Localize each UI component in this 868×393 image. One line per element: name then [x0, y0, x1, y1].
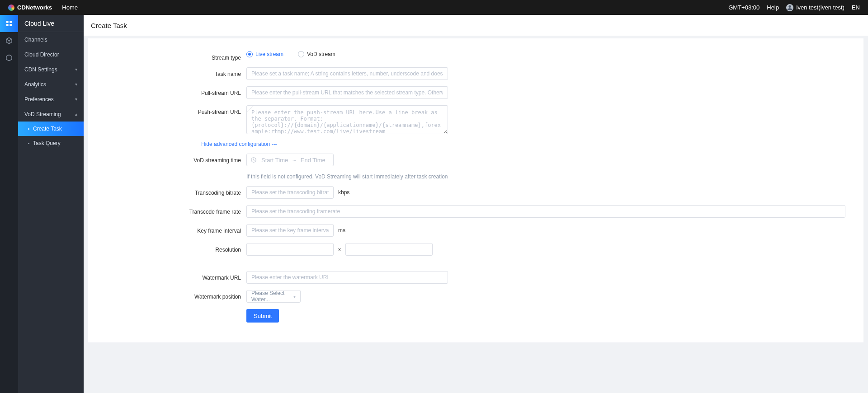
- brand-name: CDNetworks: [17, 4, 52, 11]
- radio-vod-stream[interactable]: VoD stream: [298, 51, 335, 57]
- row-key-frame-interval: Key frame interval ms: [88, 224, 863, 237]
- rail-item-cloud[interactable]: [0, 32, 18, 49]
- label-push-url: Push-stream URL: [88, 105, 246, 115]
- row-vod-time: VoD streaming time Start Time ~ End Time…: [88, 154, 863, 180]
- content: Create Task Stream type Live stream VoD …: [84, 15, 868, 393]
- avatar-icon: [786, 4, 793, 11]
- sidebar-item-preferences[interactable]: Preferences ▾: [18, 92, 84, 107]
- unit-ms: ms: [338, 227, 345, 234]
- chevron-down-icon: ▾: [75, 82, 77, 87]
- vod-time-helper: If this field is not configured, VoD Str…: [246, 173, 448, 180]
- sidebar-item-label: Channels: [24, 37, 47, 43]
- lang-switch[interactable]: EN: [852, 4, 860, 11]
- label-stream-type: Stream type: [88, 51, 246, 61]
- advanced-link[interactable]: Hide advanced configuration ---: [201, 141, 277, 147]
- transcode-framerate-input[interactable]: [246, 205, 845, 218]
- row-watermark-position: Watermark position Please Select Water..…: [88, 290, 863, 303]
- sidebar-sub-task-query[interactable]: Task Query: [18, 136, 84, 150]
- person-icon: [786, 4, 793, 11]
- topbar-left: CDNetworks Home: [8, 4, 78, 11]
- sidebar-item-label: Analytics: [24, 81, 46, 88]
- sidebar-sub-label: Task Query: [33, 140, 61, 146]
- row-resolution: Resolution x: [88, 243, 863, 256]
- chevron-up-icon: ▴: [75, 112, 77, 117]
- user-menu[interactable]: Iven test(Iven test): [786, 4, 844, 11]
- timezone[interactable]: GMT+03:00: [728, 4, 760, 11]
- bullet-icon: [28, 128, 29, 130]
- radio-label: VoD stream: [307, 51, 335, 57]
- row-submit: Submit: [88, 309, 863, 323]
- bullet-icon: [28, 143, 29, 144]
- svg-rect-3: [9, 24, 12, 26]
- sidebar-item-cloud-director[interactable]: Cloud Director: [18, 47, 84, 62]
- start-time-placeholder: Start Time: [261, 157, 288, 164]
- pull-url-input[interactable]: [246, 86, 448, 99]
- label-transcode-framerate: Transcode frame rate: [88, 205, 246, 215]
- sidebar-item-label: CDN Settings: [24, 66, 57, 73]
- row-task-name: Task name: [88, 67, 863, 80]
- box-icon: [5, 37, 13, 44]
- sidebar-item-analytics[interactable]: Analytics ▾: [18, 77, 84, 92]
- sidebar-item-channels[interactable]: Channels: [18, 32, 84, 47]
- chevron-down-icon: ▾: [293, 294, 296, 299]
- sidebar-item-label: Cloud Director: [24, 51, 59, 58]
- select-value: Please Select Water...: [251, 290, 293, 303]
- label-pull-url: Pull-stream URL: [88, 86, 246, 96]
- sidebar-sub-label: Create Task: [33, 126, 62, 132]
- range-separator: ~: [292, 157, 296, 164]
- row-watermark-url: Watermark URL: [88, 271, 863, 284]
- vod-time-range[interactable]: Start Time ~ End Time: [246, 154, 334, 166]
- nav-rail: [0, 15, 18, 393]
- grid-icon: [5, 20, 13, 27]
- row-transcode-framerate: Transcode frame rate: [88, 205, 863, 218]
- label-transcoding-bitrate: Transcoding bitrate: [88, 186, 246, 196]
- form-card: Stream type Live stream VoD stream Task …: [88, 38, 863, 342]
- transcoding-bitrate-input[interactable]: [246, 186, 334, 199]
- rail-item-apps[interactable]: [0, 15, 18, 32]
- sidebar-title: Cloud Live: [18, 15, 84, 32]
- sidebar-sub-create-task[interactable]: Create Task: [18, 122, 84, 136]
- radio-label: Live stream: [255, 51, 283, 57]
- svg-rect-2: [6, 24, 9, 26]
- sidebar: Cloud Live Channels Cloud Director CDN S…: [18, 15, 84, 393]
- radio-live-stream[interactable]: Live stream: [246, 51, 283, 57]
- toggle-advanced[interactable]: Hide advanced configuration ---: [201, 140, 863, 147]
- sidebar-item-cdn-settings[interactable]: CDN Settings ▾: [18, 62, 84, 77]
- push-url-textarea[interactable]: [246, 105, 448, 134]
- label-task-name: Task name: [88, 67, 246, 77]
- row-stream-type: Stream type Live stream VoD stream: [88, 51, 863, 61]
- label-watermark-position: Watermark position: [88, 290, 246, 300]
- label-watermark-url: Watermark URL: [88, 271, 246, 281]
- watermark-position-select[interactable]: Please Select Water... ▾: [246, 290, 301, 303]
- key-frame-interval-input[interactable]: [246, 224, 334, 237]
- radio-indicator-icon: [298, 51, 304, 57]
- task-name-input[interactable]: [246, 67, 448, 80]
- unit-kbps: kbps: [338, 189, 349, 196]
- resolution-separator: x: [338, 246, 341, 253]
- nav-home[interactable]: Home: [62, 4, 78, 11]
- topbar: CDNetworks Home GMT+03:00 Help Iven test…: [0, 0, 868, 15]
- brand-logo-icon: [8, 5, 14, 11]
- chevron-down-icon: ▾: [75, 67, 77, 72]
- label-key-frame-interval: Key frame interval: [88, 224, 246, 234]
- help-link[interactable]: Help: [767, 4, 779, 11]
- row-pull-url: Pull-stream URL: [88, 86, 863, 99]
- label-resolution: Resolution: [88, 243, 246, 253]
- resolution-height-input[interactable]: [345, 243, 433, 256]
- user-label: Iven test(Iven test): [796, 4, 844, 11]
- row-transcoding-bitrate: Transcoding bitrate kbps: [88, 186, 863, 199]
- svg-rect-0: [6, 21, 9, 23]
- svg-rect-1: [9, 21, 12, 23]
- radio-indicator-icon: [246, 51, 253, 57]
- shapes-icon: [5, 54, 13, 61]
- rail-item-settings[interactable]: [0, 49, 18, 66]
- brand[interactable]: CDNetworks: [8, 4, 52, 11]
- sidebar-item-vod-streaming[interactable]: VoD Streaming ▴: [18, 107, 84, 122]
- page-title: Create Task: [84, 15, 868, 36]
- watermark-url-input[interactable]: [246, 271, 448, 284]
- label-vod-time: VoD streaming time: [88, 154, 246, 164]
- clock-icon: [250, 157, 257, 163]
- submit-button[interactable]: Submit: [246, 309, 279, 323]
- sidebar-item-label: VoD Streaming: [24, 111, 61, 117]
- resolution-width-input[interactable]: [246, 243, 334, 256]
